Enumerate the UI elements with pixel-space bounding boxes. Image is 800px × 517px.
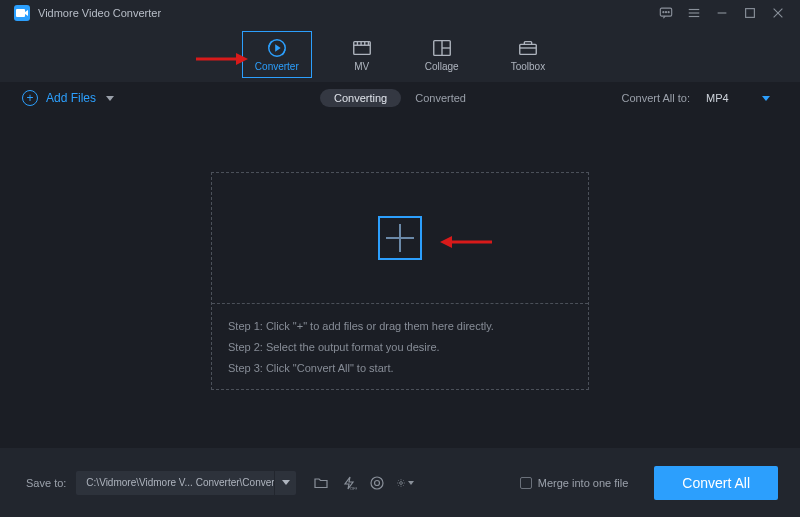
tab-collage[interactable]: Collage [412,31,472,78]
save-to-label: Save to: [26,477,66,489]
minimize-icon[interactable] [714,5,730,21]
main-area: Step 1: Click "+" to add files or drag t… [0,114,800,448]
format-select[interactable]: MP4 [698,90,778,106]
add-file-plus-button[interactable] [378,216,422,260]
chevron-down-icon [282,480,290,485]
svg-point-3 [665,12,666,13]
dropzone[interactable]: Step 1: Click "+" to add files or drag t… [211,172,589,390]
top-nav: Converter MV Collage Toolbox [0,26,800,82]
svg-marker-26 [440,236,452,248]
dropzone-upper [212,173,588,303]
feedback-icon[interactable] [658,5,674,21]
chevron-down-icon [106,96,114,101]
checkbox-icon [520,477,532,489]
convert-all-button[interactable]: Convert All [654,466,778,500]
titlebar: Vidmore Video Converter [0,0,800,26]
svg-point-4 [668,12,669,13]
tab-label: Converter [255,61,299,72]
app-title: Vidmore Video Converter [38,7,161,19]
tab-label: Collage [425,61,459,72]
svg-rect-9 [746,9,755,18]
settings-button[interactable] [396,474,414,492]
app-logo-icon [14,5,30,21]
close-icon[interactable] [770,5,786,21]
tab-label: Toolbox [511,61,545,72]
annotation-arrow-icon [440,235,492,249]
output-path-box: C:\Vidmore\Vidmore V... Converter\Conver… [76,471,296,495]
svg-point-30 [375,480,380,485]
instruction-step: Step 1: Click "+" to add files or drag t… [228,316,572,337]
plus-icon [386,224,414,252]
convert-all-to: Convert All to: MP4 [622,90,778,106]
seg-converting[interactable]: Converting [320,89,401,107]
status-segment: Converting Converted [320,89,480,107]
bottom-bar: Save to: C:\Vidmore\Vidmore V... Convert… [0,448,800,517]
seg-converted[interactable]: Converted [401,89,480,107]
svg-point-31 [400,481,403,484]
high-speed-button[interactable] [368,474,386,492]
svg-point-29 [371,477,383,489]
dropzone-instructions: Step 1: Click "+" to add files or drag t… [212,303,588,389]
converter-icon [266,38,288,58]
format-value: MP4 [706,92,729,104]
toolbar: + Add Files Converting Converted Convert… [0,82,800,114]
chevron-down-icon [408,481,414,485]
annotation-arrow-icon [196,52,248,66]
svg-point-2 [663,12,664,13]
merge-label: Merge into one file [538,477,629,489]
instruction-step: Step 2: Select the output format you des… [228,337,572,358]
chevron-down-icon [762,96,770,101]
mv-icon [351,38,373,58]
output-path[interactable]: C:\Vidmore\Vidmore V... Converter\Conver… [76,477,274,488]
svg-marker-25 [236,53,248,65]
tab-converter[interactable]: Converter [242,31,312,78]
svg-text:OFF: OFF [350,486,357,491]
open-folder-button[interactable] [312,474,330,492]
plus-circle-icon: + [22,90,38,106]
merge-checkbox[interactable]: Merge into one file [520,477,629,489]
add-files-button[interactable]: + Add Files [22,90,114,106]
menu-icon[interactable] [686,5,702,21]
add-files-label: Add Files [46,91,96,105]
svg-rect-0 [16,9,25,17]
toolbox-icon [517,38,539,58]
tab-label: MV [354,61,369,72]
instruction-step: Step 3: Click "Convert All" to start. [228,358,572,379]
maximize-icon[interactable] [742,5,758,21]
collage-icon [431,38,453,58]
gpu-accel-button[interactable]: OFF [340,474,358,492]
path-dropdown-button[interactable] [274,471,296,495]
tab-toolbox[interactable]: Toolbox [498,31,558,78]
tab-mv[interactable]: MV [338,31,386,78]
svg-rect-22 [520,44,537,54]
convert-all-to-label: Convert All to: [622,92,690,104]
